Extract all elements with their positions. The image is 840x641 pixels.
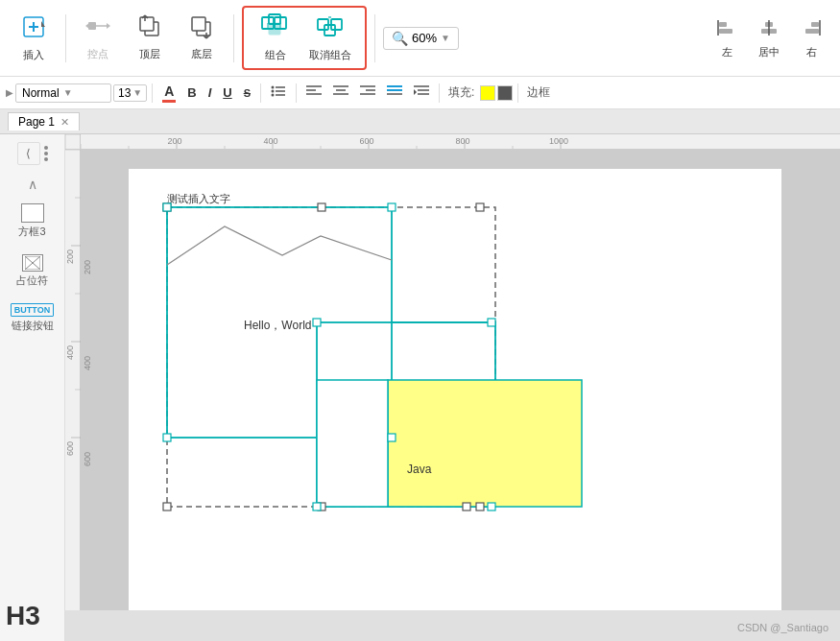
strikethrough-button[interactable]: S: [239, 85, 255, 101]
box3-shape-icon: [21, 203, 44, 223]
sidebar-collapse-arrow[interactable]: ▶: [6, 87, 13, 98]
fill-label: 填充:: [444, 84, 478, 101]
bottom-layer-label: 底层: [191, 47, 212, 61]
align-center-button[interactable]: 居中: [750, 13, 788, 63]
font-style-dropdown-icon: ▼: [63, 87, 73, 98]
sidebar-item-link-button-label: 链接按钮: [8, 317, 58, 335]
group-icon: [261, 13, 290, 46]
main-area: ⟨ ∧ 方框3 占位符: [0, 134, 840, 641]
font-style-value: Normal: [22, 86, 60, 100]
insert-label: 插入: [23, 48, 44, 62]
svg-rect-94: [317, 380, 388, 507]
ungroup-button[interactable]: 取消组合: [303, 12, 357, 64]
placeholder-icon: [22, 254, 43, 272]
font-size-select[interactable]: 13 ▼: [113, 84, 147, 102]
svg-rect-14: [192, 17, 205, 31]
svg-marker-58: [414, 89, 417, 95]
sidebar-item-link-button[interactable]: BUTTON 链接按钮: [0, 299, 64, 339]
svg-text:200: 200: [65, 249, 75, 264]
font-style-select[interactable]: Normal ▼: [15, 83, 111, 103]
text-align-left-button[interactable]: [301, 83, 326, 103]
divider3: [374, 14, 375, 62]
svg-rect-100: [318, 503, 325, 510]
svg-rect-91: [317, 322, 495, 507]
tab-close-icon[interactable]: ✕: [60, 116, 69, 129]
align-left-label: 左: [722, 45, 732, 59]
main-toolbar: 插入 控点 顶层: [0, 0, 840, 77]
svg-rect-109: [463, 503, 470, 510]
zoom-icon: 🔍: [392, 31, 408, 46]
underline-button[interactable]: U: [218, 83, 236, 102]
svg-rect-98: [476, 503, 484, 510]
svg-point-37: [272, 86, 275, 89]
svg-rect-102: [388, 203, 396, 211]
fmt-divider2: [260, 83, 261, 103]
text-justify-button[interactable]: [382, 83, 407, 103]
group-button[interactable]: 组合: [252, 12, 300, 64]
text-align-center-button[interactable]: [328, 83, 353, 103]
align-right-button[interactable]: 右: [792, 13, 830, 63]
svg-rect-99: [318, 203, 325, 211]
left-sidebar: ⟨ ∧ 方框3 占位符: [0, 134, 65, 641]
svg-rect-96: [476, 203, 484, 211]
fmt-divider5: [517, 83, 518, 103]
bottom-layer-icon: [189, 14, 214, 45]
text-hello-world: Hello，World: [244, 318, 311, 334]
svg-text:800: 800: [455, 136, 469, 146]
group-label: 组合: [265, 48, 286, 62]
canvas-wrapper: 200 400 600 800 1000: [65, 134, 840, 641]
svg-marker-7: [107, 23, 110, 29]
svg-rect-103: [163, 434, 171, 441]
tab-page1-label: Page 1: [18, 115, 55, 129]
align-left-button[interactable]: 左: [708, 13, 746, 63]
svg-marker-6: [85, 23, 89, 29]
control-point-icon: [85, 14, 110, 45]
ruler-v-600: 600: [83, 452, 92, 466]
svg-rect-92: [388, 380, 582, 507]
control-point-label: 控点: [87, 47, 108, 61]
insert-button[interactable]: 插入: [10, 10, 58, 66]
ungroup-icon: [316, 13, 345, 46]
text-color-button[interactable]: A: [157, 82, 180, 105]
svg-rect-106: [488, 319, 495, 326]
svg-point-41: [272, 94, 275, 97]
group-ungroup-container: 组合 取消组合: [242, 6, 367, 70]
canvas-main-row: 200 400 600 测试插入文字: [65, 150, 840, 610]
align-center-icon: [758, 17, 780, 43]
svg-rect-97: [163, 503, 171, 510]
italic-button[interactable]: I: [204, 83, 217, 102]
canvas-svg: [129, 169, 781, 610]
sidebar-left-panel-toggle[interactable]: ⟨: [17, 142, 40, 165]
svg-text:600: 600: [65, 441, 75, 456]
align-left-icon: [716, 17, 737, 43]
zoom-dropdown-icon: ▼: [441, 33, 450, 43]
text-color-icon: A: [162, 83, 176, 103]
svg-rect-88: [167, 207, 495, 507]
tab-page1[interactable]: Page 1 ✕: [8, 112, 80, 131]
bold-button[interactable]: B: [182, 83, 201, 102]
sidebar-item-placeholder[interactable]: 占位符: [0, 250, 64, 294]
sidebar-item-box3[interactable]: 方框3: [0, 200, 64, 245]
bottom-layer-button[interactable]: 底层: [178, 11, 226, 65]
canvas-content[interactable]: 测试插入文字: [81, 150, 840, 610]
unordered-list-button[interactable]: [266, 83, 291, 103]
zoom-control[interactable]: 🔍 60% ▼: [383, 27, 459, 50]
text-align-right-button[interactable]: [355, 83, 380, 103]
control-point-button[interactable]: 控点: [74, 11, 122, 65]
fill-yellow-color[interactable]: [480, 85, 495, 101]
svg-rect-93: [317, 380, 388, 507]
svg-point-39: [272, 90, 275, 93]
sidebar-expand-button[interactable]: ∧: [0, 175, 64, 194]
svg-rect-107: [313, 503, 321, 510]
border-label: 边框: [523, 84, 554, 101]
zoom-value: 60%: [412, 31, 437, 45]
fill-dark-color[interactable]: [497, 85, 513, 101]
text-indent-button[interactable]: [409, 83, 434, 103]
svg-rect-108: [488, 503, 495, 510]
svg-rect-34: [811, 22, 819, 27]
svg-rect-9: [140, 17, 154, 31]
svg-rect-104: [388, 434, 396, 441]
ruler-v-400: 400: [83, 356, 92, 370]
top-layer-button[interactable]: 顶层: [126, 11, 174, 65]
svg-rect-35: [805, 29, 819, 34]
